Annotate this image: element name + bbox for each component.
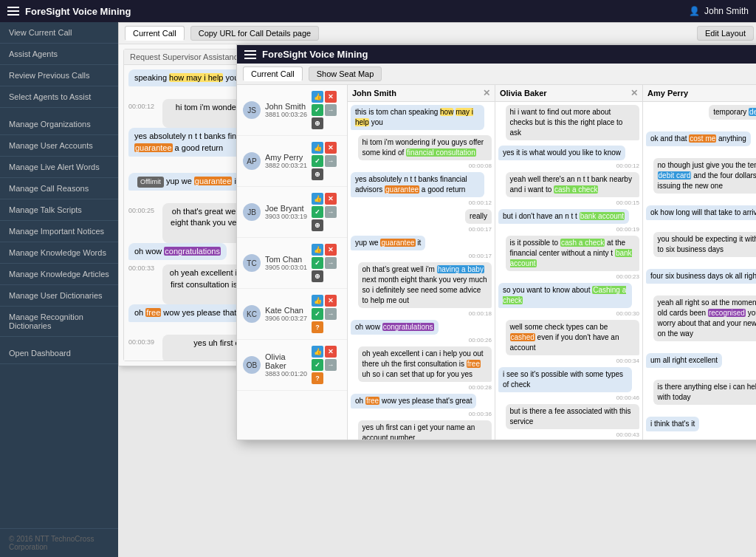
action-thumbsup[interactable]: 👍 <box>312 142 323 154</box>
highlight: recognised <box>708 309 746 317</box>
tab-current-call-back[interactable]: Current Call <box>125 26 185 41</box>
agent-row[interactable]: TC Tom Chan 3905 00:03:01 👍 ✕ ✓ → ⊕ <box>237 238 347 289</box>
highlight: guarantee <box>380 239 415 247</box>
action-check[interactable]: ✓ <box>312 155 323 167</box>
action-arrow[interactable]: → <box>325 308 337 320</box>
bubble: speaking how may i help you <box>128 69 244 86</box>
agent-row[interactable]: JS John Smith 3881 00:03:26 👍 ✕ ✓ → ⊕ <box>237 85 347 136</box>
call-bubble: ok how long will that take to arrive <box>646 205 756 220</box>
sidebar-item-manage-knowledge-words[interactable]: Manage Knowledge Words <box>0 242 118 264</box>
tab-edit-layout[interactable]: Edit Layout <box>697 26 754 41</box>
sidebar-item-review-calls[interactable]: Review Previous Calls <box>0 65 118 86</box>
sidebar-item-manage-dicts[interactable]: Manage User Dictionaries <box>0 285 118 307</box>
call-timestamp: 00:00:12 <box>351 199 492 206</box>
action-arrow[interactable]: → <box>325 257 337 269</box>
sidebar-item-assist-agents[interactable]: Assist Agents <box>0 44 118 65</box>
action-check[interactable]: ✓ <box>312 359 323 371</box>
action-close[interactable]: ✕ <box>325 346 337 358</box>
action-extra[interactable]: ⊕ <box>312 117 323 129</box>
action-arrow[interactable]: → <box>325 206 337 218</box>
sidebar-item-dashboard[interactable]: Open Dashboard <box>0 343 118 364</box>
call-column: Amy Perry✕temporary debit card00:02:40ok… <box>643 85 756 440</box>
agent-ts: 00:01:20 <box>281 370 307 377</box>
agent-ts: 00:03:19 <box>281 213 307 220</box>
action-check[interactable]: ✓ <box>312 257 323 269</box>
col-close-btn[interactable]: ✕ <box>483 88 490 98</box>
action-extra[interactable]: ⊕ <box>312 270 323 282</box>
action-close[interactable]: ✕ <box>325 193 337 205</box>
call-message-row: yup we guarantee it00:00:17 <box>351 236 492 259</box>
call-message-row: but i don't have an n t t bank account00… <box>498 209 639 233</box>
action-close[interactable]: ✕ <box>325 295 337 307</box>
agent-actions: 👍 ✕ ✓ → ⊕ <box>312 244 341 282</box>
action-extra[interactable]: ⊕ <box>312 219 323 231</box>
call-bubble: um all right excellent <box>646 353 722 368</box>
agent-id: 3906 <box>265 315 280 322</box>
call-message-row: oh yeah excellent i can i help you out t… <box>351 346 492 391</box>
agent-time-info: 3881 00:03:26 <box>265 111 307 118</box>
tab-copy-url[interactable]: Copy URL for Call Details page <box>190 26 319 41</box>
action-thumbsup[interactable]: 👍 <box>312 91 323 103</box>
sidebar-item-manage-knowledge-articles[interactable]: Manage Knowledge Articles <box>0 264 118 285</box>
call-bubble: i see so it's possible with some types o… <box>498 367 632 392</box>
call-bubble: no though just give you the temporary de… <box>653 158 756 194</box>
hamburger-icon[interactable] <box>7 7 19 16</box>
call-bubble: yes absolutely n t t banks financial adv… <box>351 172 484 197</box>
call-message-row: no though just give you the temporary de… <box>646 158 756 202</box>
action-check[interactable]: ✓ <box>312 206 323 218</box>
call-message-row: yeah well there's an n t t bank nearby a… <box>498 172 639 206</box>
sidebar-item-view-current-call[interactable]: View Current Call <box>0 22 118 44</box>
action-arrow[interactable]: → <box>325 359 337 371</box>
action-close[interactable]: ✕ <box>325 142 337 154</box>
main-layout: View Current Call Assist Agents Review P… <box>0 22 756 557</box>
sidebar-item-manage-notices[interactable]: Manage Important Notices <box>0 221 118 242</box>
tab-current-call-front[interactable]: Current Call <box>243 66 303 81</box>
col-close-btn[interactable]: ✕ <box>630 88 638 98</box>
action-thumbsup[interactable]: 👍 <box>312 244 323 256</box>
front-window: ForeSight Voice Mining 👤 Mary Johnson Cu… <box>236 44 756 440</box>
action-close[interactable]: ✕ <box>325 91 337 103</box>
call-bubble: temporary debit card <box>709 105 756 120</box>
call-timestamp: 00:03:02 <box>646 344 756 350</box>
action-thumbsup[interactable]: 👍 <box>312 346 323 358</box>
offlimit-badge: Offlimit <box>137 177 164 188</box>
tab-show-seat-map[interactable]: Show Seat Map <box>309 66 382 81</box>
call-message-row: i think that's it00:03:13 <box>646 417 756 440</box>
agent-time-info: 3905 00:03:01 <box>265 264 307 271</box>
action-check[interactable]: ✓ <box>312 104 323 116</box>
agent-row[interactable]: AP Amy Perry 3882 00:03:21 👍 ✕ ✓ → ⊕ <box>237 136 347 187</box>
sidebar-item-manage-alerts[interactable]: Manage Live Alert Words <box>0 157 118 178</box>
agent-avatar: TC <box>243 254 261 272</box>
action-check[interactable]: ✓ <box>312 308 323 320</box>
action-thumbsup[interactable]: 👍 <box>312 295 323 307</box>
sidebar-item-manage-users[interactable]: Manage User Accounts <box>0 135 118 157</box>
agent-time-info: 3903 00:03:19 <box>265 213 307 220</box>
call-timestamp: 00:00:43 <box>498 431 639 438</box>
agent-row[interactable]: JB Joe Bryant 3903 00:03:19 👍 ✕ ✓ → ⊕ <box>237 187 347 238</box>
call-bubble: hi tom i'm wondering if you guys offer s… <box>358 135 492 160</box>
highlight: congratulations <box>164 247 221 256</box>
action-question[interactable]: ? <box>312 321 323 333</box>
call-message-row: yes it is what would you like to know00:… <box>498 146 639 169</box>
highlight: congratulations <box>382 323 434 331</box>
action-question[interactable]: ? <box>312 372 323 384</box>
action-extra[interactable]: ⊕ <box>312 168 323 180</box>
agent-row[interactable]: KC Kate Chan 3906 00:03:27 👍 ✕ ✓ → ? <box>237 289 347 340</box>
action-arrow[interactable]: → <box>325 155 337 167</box>
sidebar-item-manage-scripts[interactable]: Manage Talk Scripts <box>0 199 118 221</box>
call-bubble: oh free wow yes please that's great <box>351 394 476 409</box>
agent-row[interactable]: OB Olivia Baker 3883 00:01:20 👍 ✕ ✓ → ? <box>237 340 347 391</box>
highlight: debit card <box>658 171 692 180</box>
sidebar-item-manage-orgs[interactable]: Manage Organizations <box>0 114 118 135</box>
main-content: Current Call Copy URL for Call Details p… <box>118 22 756 557</box>
sidebar-item-manage-reasons[interactable]: Manage Call Reasons <box>0 178 118 199</box>
agent-name: Olivia Baker <box>265 352 307 370</box>
action-close[interactable]: ✕ <box>325 244 337 256</box>
front-hamburger-icon[interactable] <box>244 50 256 59</box>
sidebar-item-select-agents[interactable]: Select Agents to Assist <box>0 86 118 108</box>
call-column: John Smith✕this is tom chan speaking how… <box>348 85 495 440</box>
sidebar-item-manage-recognition[interactable]: Manage Recognition Dictionaries <box>0 307 118 337</box>
highlight: free <box>145 308 161 317</box>
action-arrow[interactable]: → <box>325 104 337 116</box>
action-thumbsup[interactable]: 👍 <box>312 193 323 205</box>
